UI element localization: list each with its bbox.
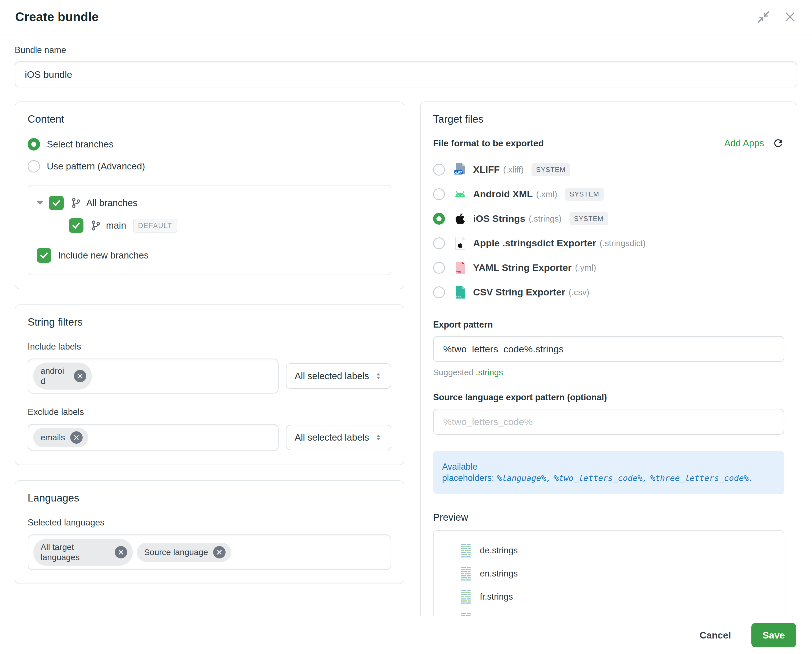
radio-unselected-icon[interactable] xyxy=(433,286,445,298)
remove-chip-icon[interactable] xyxy=(74,370,86,382)
caret-down-icon[interactable] xyxy=(37,201,43,205)
all-branches-checkbox[interactable] xyxy=(49,196,64,210)
format-row-xliff[interactable]: XLIFF XLIFF (.xliff) SYSTEM xyxy=(433,157,784,182)
dialog-body: Bundle name Content Select branches Us xyxy=(0,34,812,616)
source-pattern-input[interactable] xyxy=(433,409,784,435)
refresh-icon[interactable] xyxy=(772,137,784,150)
format-row-stringsdict[interactable]: Apple .stringsdict Exporter (.stringsdic… xyxy=(433,231,784,255)
include-new-branches-row[interactable]: Include new branches xyxy=(37,248,382,263)
string-filters-card: String filters Include labels android xyxy=(15,304,404,465)
sort-arrows-icon xyxy=(374,372,382,380)
export-pattern-input[interactable] xyxy=(433,336,784,362)
include-labels-input[interactable]: android xyxy=(28,359,278,394)
strings-file-icon xyxy=(460,589,473,605)
radio-selected-icon[interactable] xyxy=(433,213,445,225)
preview-file-row: en.strings xyxy=(460,566,775,582)
system-badge: SYSTEM xyxy=(565,188,604,201)
dialog-header: Create bundle xyxy=(0,0,812,34)
include-labels-label: Include labels xyxy=(28,342,391,352)
git-branch-icon xyxy=(90,220,101,231)
selected-languages-input[interactable]: All target languages Source language xyxy=(28,535,391,570)
default-badge: DEFAULT xyxy=(133,219,177,232)
label-chip-emails[interactable]: emails xyxy=(33,428,88,447)
bundle-name-input[interactable] xyxy=(15,61,797,87)
strings-file-icon xyxy=(460,612,473,616)
select-branches-radio[interactable]: Select branches xyxy=(28,138,391,151)
bundle-name-label: Bundle name xyxy=(15,45,797,55)
radio-unselected-icon[interactable] xyxy=(433,188,445,200)
content-title: Content xyxy=(28,113,391,125)
exclude-labels-dropdown[interactable]: All selected labels xyxy=(286,425,391,450)
strings-file-icon xyxy=(460,542,473,558)
suggested-strings-link[interactable]: .strings xyxy=(476,368,503,377)
dialog-footer: Cancel Save xyxy=(0,616,812,654)
label-chip-android[interactable]: android xyxy=(33,362,92,390)
system-badge: SYSTEM xyxy=(569,212,608,225)
languages-title: Languages xyxy=(28,492,391,504)
exclude-labels-label: Exclude labels xyxy=(28,407,391,417)
preview-file-row: fr.strings xyxy=(460,589,775,605)
file-format-label: File format to be exported xyxy=(433,138,544,148)
branch-tree: All branches xyxy=(28,185,391,275)
suggested-line: Suggested.strings xyxy=(433,368,784,377)
file-format-list: XLIFF XLIFF (.xliff) SYSTEM xyxy=(433,157,784,304)
apple-icon xyxy=(453,212,468,225)
yaml-file-icon: YML xyxy=(453,261,468,275)
radio-unselected-icon[interactable] xyxy=(433,237,445,249)
source-pattern-label: Source language export pattern (optional… xyxy=(433,393,784,403)
preview-file-row: de.strings xyxy=(460,542,775,558)
svg-text:XLIFF: XLIFF xyxy=(454,171,463,174)
include-new-branches-checkbox[interactable] xyxy=(37,248,51,263)
target-files-title: Target files xyxy=(433,113,784,125)
collapse-icon[interactable] xyxy=(757,10,770,24)
all-branches-row[interactable]: All branches xyxy=(37,196,382,210)
xliff-file-icon: XLIFF xyxy=(453,163,468,177)
format-row-csv[interactable]: CSV CSV String Exporter (.csv) xyxy=(433,280,784,304)
selected-languages-label: Selected languages xyxy=(28,518,391,528)
main-branch-checkbox[interactable] xyxy=(69,218,83,233)
exclude-labels-input[interactable]: emails xyxy=(28,424,278,451)
radio-unselected-icon[interactable] xyxy=(28,160,40,173)
chip-all-target-languages[interactable]: All target languages xyxy=(33,539,133,566)
strings-file-icon xyxy=(460,566,473,582)
remove-chip-icon[interactable] xyxy=(115,546,127,558)
use-pattern-radio[interactable]: Use pattern (Advanced) xyxy=(28,160,391,173)
page-title: Create bundle xyxy=(15,10,99,24)
preview-file-row: it.strings xyxy=(460,612,775,616)
remove-chip-icon[interactable] xyxy=(70,431,83,444)
cancel-button[interactable]: Cancel xyxy=(699,630,731,641)
save-button[interactable]: Save xyxy=(751,623,796,647)
format-row-yaml[interactable]: YML YAML String Exporter (.yml) xyxy=(433,255,784,280)
chip-source-language[interactable]: Source language xyxy=(137,542,231,562)
sort-arrows-icon xyxy=(374,433,382,442)
languages-card: Languages Selected languages All target … xyxy=(15,480,404,584)
system-badge: SYSTEM xyxy=(531,163,570,176)
placeholders-info-box: Available placeholders:%language%,%two_l… xyxy=(433,451,784,494)
format-row-android-xml[interactable]: Android XML (.xml) SYSTEM xyxy=(433,182,784,206)
remove-chip-icon[interactable] xyxy=(213,546,226,558)
target-files-card: Target files File format to be exported … xyxy=(420,101,797,616)
create-bundle-dialog: Create bundle Bundle name xyxy=(0,0,812,654)
export-pattern-label: Export pattern xyxy=(433,320,784,330)
stringsdict-file-icon xyxy=(453,237,468,250)
format-row-ios-strings[interactable]: iOS Strings (.strings) SYSTEM xyxy=(433,206,784,231)
radio-unselected-icon[interactable] xyxy=(433,164,445,176)
string-filters-title: String filters xyxy=(28,316,391,328)
include-labels-dropdown[interactable]: All selected labels xyxy=(286,364,391,389)
radio-unselected-icon[interactable] xyxy=(433,262,445,274)
preview-box: de.strings xyxy=(433,530,784,616)
close-icon[interactable] xyxy=(783,10,797,24)
main-branch-row[interactable]: main DEFAULT xyxy=(37,218,382,233)
git-branch-icon xyxy=(70,197,82,209)
content-card: Content Select branches Use pattern (Adv… xyxy=(15,101,404,289)
preview-title: Preview xyxy=(433,512,784,523)
add-apps-link[interactable]: Add Apps xyxy=(724,138,764,148)
radio-selected-icon[interactable] xyxy=(28,138,40,151)
android-icon xyxy=(453,189,468,200)
svg-text:YML: YML xyxy=(456,270,462,274)
svg-text:CSV: CSV xyxy=(456,295,461,298)
csv-file-icon: CSV xyxy=(453,286,468,299)
